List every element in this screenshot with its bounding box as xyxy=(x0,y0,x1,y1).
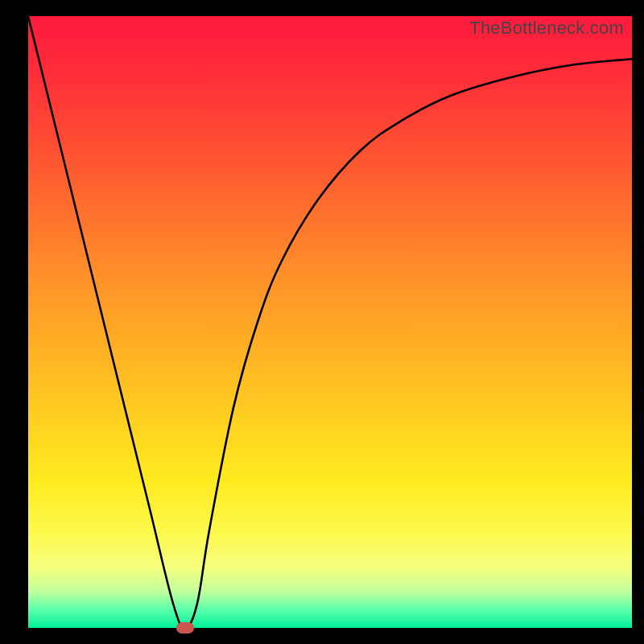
optimal-point-marker xyxy=(176,622,194,634)
bottleneck-curve xyxy=(28,16,632,628)
plot-area: TheBottleneck.com xyxy=(28,16,632,628)
chart-frame: TheBottleneck.com xyxy=(0,0,644,644)
